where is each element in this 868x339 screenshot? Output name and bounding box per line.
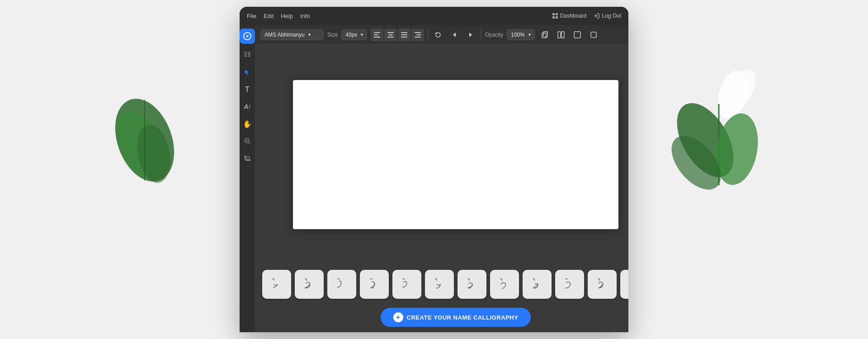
logo-button[interactable] <box>240 28 255 44</box>
tool-text-style[interactable]: A ƒ <box>240 99 255 114</box>
menu-edit[interactable]: Edit <box>264 13 274 19</box>
toolbar: AMS Abhimanyu Size 40px <box>255 25 628 45</box>
dashboard-link[interactable]: Dashboard <box>552 13 587 19</box>
char-key-0[interactable] <box>262 270 291 299</box>
svg-point-2 <box>133 122 175 185</box>
pan-icon: ✋ <box>243 120 252 128</box>
char-key-4[interactable] <box>392 270 421 299</box>
menu-file[interactable]: File <box>247 13 256 19</box>
square-btn[interactable] <box>587 28 600 41</box>
tool-grid[interactable] <box>240 47 255 63</box>
opacity-label: Opacity <box>485 32 503 38</box>
char-key-8[interactable] <box>523 270 552 299</box>
svg-point-8 <box>711 110 763 188</box>
char-key-6[interactable] <box>458 270 486 299</box>
menu-info[interactable]: Info <box>300 13 310 19</box>
char-key-7[interactable] <box>490 270 519 299</box>
tool-zoom[interactable] <box>240 133 255 149</box>
align-right-icon <box>415 32 421 38</box>
char-key-9[interactable] <box>555 270 584 299</box>
svg-point-4 <box>713 67 752 122</box>
svg-point-7 <box>669 94 745 187</box>
svg-marker-40 <box>469 33 472 37</box>
prev-icon <box>452 32 457 38</box>
svg-marker-39 <box>453 33 456 37</box>
svg-rect-31 <box>388 34 393 35</box>
create-button-area: + CREATE YOUR NAME CALLIGRAPHY <box>255 304 628 332</box>
svg-rect-10 <box>552 13 555 15</box>
svg-line-23 <box>249 142 250 144</box>
menu-bar: File Edit Help Info Dashboard Log <box>240 7 628 25</box>
char-tray <box>255 264 628 304</box>
tool-text[interactable]: T <box>240 82 255 97</box>
canvas[interactable] <box>293 80 618 229</box>
svg-rect-28 <box>374 34 378 35</box>
refresh-btn[interactable] <box>432 28 444 41</box>
next-btn[interactable] <box>464 28 477 41</box>
main-layout: T A ƒ ✋ <box>240 25 628 332</box>
toolbar-sep-2 <box>481 29 481 40</box>
svg-rect-20 <box>248 56 250 56</box>
svg-rect-26 <box>246 157 250 160</box>
svg-rect-29 <box>374 37 380 38</box>
prev-btn[interactable] <box>448 28 461 41</box>
char-key-5[interactable] <box>425 270 454 299</box>
svg-rect-35 <box>401 37 407 38</box>
svg-point-1 <box>106 103 174 186</box>
svg-rect-41 <box>543 32 547 37</box>
crop-icon <box>244 155 251 162</box>
logout-link[interactable]: Log Out <box>594 13 621 19</box>
split-btn[interactable] <box>555 28 567 41</box>
align-left-btn[interactable] <box>371 28 383 41</box>
svg-rect-17 <box>244 54 247 55</box>
svg-marker-21 <box>245 70 249 75</box>
cursor-icon <box>244 69 250 75</box>
create-plus-icon: + <box>393 312 403 322</box>
align-justify-btn[interactable] <box>398 28 410 41</box>
align-justify-icon <box>401 32 407 38</box>
align-left-icon <box>374 32 380 38</box>
text-icon: T <box>245 85 250 94</box>
char-key-3[interactable] <box>360 270 389 299</box>
svg-rect-11 <box>556 13 558 15</box>
align-center-btn[interactable] <box>384 28 397 41</box>
char-key-1[interactable] <box>295 270 324 299</box>
svg-rect-27 <box>374 32 380 33</box>
left-sidebar: T A ƒ ✋ <box>240 25 255 332</box>
menu-help[interactable]: Help <box>281 13 293 19</box>
char-key-11[interactable] <box>620 270 628 299</box>
text-style-icon: A <box>244 103 248 110</box>
char-key-2[interactable] <box>327 270 356 299</box>
svg-rect-32 <box>387 37 394 38</box>
svg-rect-37 <box>416 34 421 35</box>
svg-rect-19 <box>244 56 247 56</box>
next-icon <box>468 32 473 38</box>
refresh-icon <box>434 31 442 38</box>
align-right-btn[interactable] <box>411 28 424 41</box>
delete-btn[interactable] <box>571 28 584 41</box>
svg-rect-43 <box>558 32 561 38</box>
toolbar-sep-1 <box>428 29 428 40</box>
create-calligraphy-button[interactable]: + CREATE YOUR NAME CALLIGRAPHY <box>381 308 531 327</box>
svg-rect-42 <box>542 33 546 38</box>
copy-btn[interactable] <box>538 28 551 41</box>
size-selector[interactable]: 40px <box>341 29 367 40</box>
split-icon <box>557 31 565 38</box>
svg-rect-16 <box>248 52 250 53</box>
delete-icon <box>574 31 581 38</box>
char-key-10[interactable] <box>588 270 617 299</box>
align-center-icon <box>387 32 394 38</box>
menu-right: Dashboard Log Out <box>552 13 621 19</box>
tool-cursor[interactable] <box>240 65 255 80</box>
square-icon <box>590 31 597 38</box>
dashboard-icon <box>552 13 558 19</box>
opacity-selector[interactable]: 100% <box>507 29 535 40</box>
logout-icon <box>594 13 600 19</box>
tool-pan[interactable]: ✋ <box>240 116 255 132</box>
font-selector[interactable]: AMS Abhimanyu <box>260 29 324 40</box>
tool-crop[interactable] <box>240 151 255 166</box>
logo-icon <box>243 32 252 41</box>
grid-icon <box>244 52 251 59</box>
svg-point-0 <box>104 90 185 190</box>
svg-rect-18 <box>248 54 250 55</box>
